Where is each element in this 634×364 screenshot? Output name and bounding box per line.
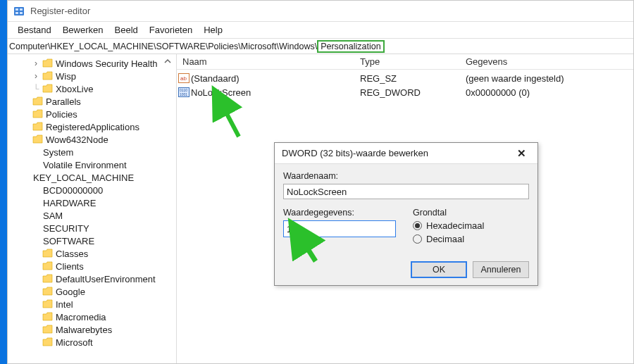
folder-icon: [43, 287, 53, 296]
tree-item-label: BCD00000000: [43, 185, 103, 196]
header-name[interactable]: Naam: [177, 56, 360, 67]
menu-favorieten[interactable]: Favorieten: [144, 23, 198, 37]
header-type[interactable]: Type: [360, 56, 466, 67]
menu-bestand[interactable]: Bestand: [12, 23, 57, 37]
header-data[interactable]: Gegevens: [466, 56, 633, 67]
addressbar-highlight: Personalization: [317, 40, 384, 53]
tree-item[interactable]: Malwarebytes: [12, 323, 176, 336]
radio-dec[interactable]: Decimaal: [413, 234, 529, 244]
value-data: 0x00000000 (0): [466, 87, 633, 98]
radio-hex[interactable]: Hexadecimaal: [413, 220, 529, 231]
reg-sz-icon: ab: [177, 73, 191, 83]
ok-button[interactable]: OK: [411, 261, 467, 278]
tree-item-label: Microsoft: [56, 337, 93, 348]
tree-item-label: HARDWARE: [43, 198, 96, 208]
svg-rect-2: [20, 8, 23, 11]
radio-hex-label: Hexadecimaal: [426, 220, 484, 231]
edit-dword-dialog: DWORD (32 bits)-waarde bewerken ✕ Waarde…: [274, 142, 538, 286]
tree-item[interactable]: System: [12, 146, 176, 158]
value-type: REG_SZ: [360, 73, 466, 84]
expand-icon[interactable]: ›: [32, 58, 40, 68]
tree-item[interactable]: Clients: [12, 260, 176, 272]
key-tree[interactable]: ›Windows Security Health›Wisp└XboxLivePa…: [8, 54, 177, 363]
tree-item-label: System: [43, 147, 73, 158]
dialog-title-text: DWORD (32 bits)-waarde bewerken: [282, 148, 428, 158]
folder-icon: [33, 97, 43, 106]
close-icon[interactable]: ✕: [513, 146, 530, 161]
tree-item-label: SECURITY: [43, 223, 89, 234]
scroll-up-icon[interactable]: [163, 57, 173, 67]
tree-item[interactable]: Policies: [12, 108, 176, 120]
radio-dec-label: Decimaal: [426, 234, 464, 244]
annotation-arrow-2: [289, 226, 324, 265]
expand-icon[interactable]: ›: [32, 71, 40, 81]
tree-item[interactable]: DefaultUserEnvironment: [12, 272, 176, 285]
svg-line-10: [218, 96, 239, 137]
tree-item[interactable]: Parallels: [12, 95, 176, 108]
tree-item[interactable]: └XboxLive: [12, 82, 176, 95]
folder-icon: [43, 313, 53, 321]
folder-icon: [33, 123, 43, 131]
menu-beeld[interactable]: Beeld: [109, 23, 144, 37]
tree-item[interactable]: Microsoft: [12, 336, 176, 349]
tree-item-label: Volatile Environment: [43, 160, 127, 170]
svg-text:ab: ab: [180, 75, 187, 82]
folder-icon: [43, 325, 53, 334]
tree-item[interactable]: RegisteredApplications: [12, 120, 176, 133]
tree-item[interactable]: Volatile Environment: [12, 158, 176, 171]
tree-item-label: Intel: [56, 299, 73, 310]
annotation-arrow-1: [211, 91, 246, 140]
tree-item[interactable]: ›Windows Security Health: [12, 57, 176, 70]
column-headers: Naam Type Gegevens: [177, 54, 633, 70]
tree-item[interactable]: SAM: [12, 209, 176, 222]
tree-item[interactable]: Intel: [12, 298, 176, 310]
tree-item[interactable]: SECURITY: [12, 222, 176, 234]
value-row[interactable]: ab(Standaard)REG_SZ(geen waarde ingestel…: [177, 71, 633, 85]
value-data: (geen waarde ingesteld): [466, 73, 633, 84]
svg-rect-3: [15, 12, 18, 14]
addressbar[interactable]: Computer\HKEY_LOCAL_MACHINE\SOFTWARE\Pol…: [8, 39, 633, 54]
tree-item[interactable]: SOFTWARE: [12, 234, 176, 247]
tree-item[interactable]: Classes: [12, 247, 176, 260]
folder-icon: [33, 135, 43, 144]
svg-line-11: [296, 230, 316, 261]
tree-item-label: Malwarebytes: [56, 325, 112, 335]
folder-icon: [43, 84, 53, 93]
name-field: NoLockScreen: [283, 184, 529, 199]
svg-text:1001: 1001: [180, 92, 187, 96]
tree-item-label: RegisteredApplications: [46, 122, 139, 132]
svg-rect-4: [20, 12, 23, 14]
value-name: (Standaard): [191, 73, 360, 84]
tree-item-label: Classes: [56, 249, 88, 259]
addressbar-prefix: Computer\HKEY_LOCAL_MACHINE\SOFTWARE\Pol…: [9, 42, 317, 51]
folder-icon: [33, 110, 43, 118]
tree-item[interactable]: Macromedia: [12, 310, 176, 323]
tree-item-label: SAM: [43, 211, 63, 221]
dialog-titlebar[interactable]: DWORD (32 bits)-waarde bewerken ✕: [275, 143, 537, 164]
tree-item[interactable]: HARDWARE: [12, 196, 176, 209]
radio-dec-icon: [413, 234, 422, 244]
folder-icon: [43, 300, 53, 308]
folder-icon: [43, 262, 53, 270]
tree-item[interactable]: KEY_LOCAL_MACHINE: [12, 171, 176, 184]
folder-icon: [43, 338, 53, 346]
tree-item-label: SOFTWARE: [43, 236, 94, 246]
value-type: REG_DWORD: [360, 87, 466, 98]
tree-item[interactable]: Wow6432Node: [12, 133, 176, 146]
tree-item[interactable]: ›Wisp: [12, 70, 176, 82]
folder-icon: [43, 275, 53, 283]
menu-bewerken[interactable]: Bewerken: [57, 23, 109, 37]
tree-item[interactable]: BCD00000000: [12, 184, 176, 196]
tree-item[interactable]: Google: [12, 285, 176, 298]
data-label: Waardegegevens:: [283, 208, 396, 218]
tree-item-label: Policies: [46, 109, 77, 120]
cancel-button[interactable]: Annuleren: [473, 261, 529, 278]
tree-branch-icon: └: [32, 84, 40, 94]
menu-help[interactable]: Help: [198, 23, 228, 37]
folder-icon: [43, 249, 53, 258]
titlebar: Register-editor: [8, 1, 633, 22]
reg-dword-icon: 01101001: [177, 87, 191, 97]
folder-icon: [43, 59, 53, 68]
menubar: Bestand Bewerken Beeld Favorieten Help: [8, 22, 633, 39]
window-title: Register-editor: [30, 6, 90, 16]
